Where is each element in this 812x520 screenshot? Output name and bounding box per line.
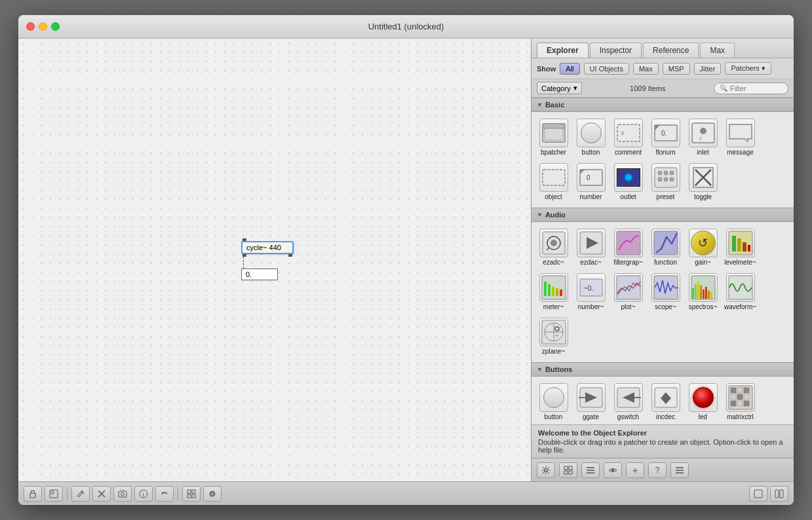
obj-ezadc[interactable]: ezadc~ [535,226,571,269]
panel-grid-button[interactable] [559,462,577,478]
scope-label: scope~ [655,303,676,311]
obj-waveform[interactable]: waveform~ [722,270,758,314]
close-button[interactable] [26,22,35,31]
snapshot-button[interactable] [113,486,132,502]
section-buttons[interactable]: ▼ Buttons [532,362,794,377]
obj-scope[interactable]: scope~ [648,270,684,314]
obj-outlet[interactable]: outlet [610,160,646,204]
incdec-label: incdec [656,413,675,421]
svg-rect-55 [708,291,710,299]
lock-button[interactable] [24,486,42,502]
object-label: object [545,193,562,201]
tab-reference[interactable]: Reference [643,43,699,58]
minimize-button[interactable] [39,22,47,31]
filtergraph-icon [614,229,643,257]
svg-rect-52 [700,286,702,299]
obj-zplane[interactable]: + zplane~ [535,315,571,358]
number-label: number [580,193,602,201]
obj-gswitch[interactable]: gswitch [610,381,646,424]
main-window: Untitled1 (unlocked) cycle~ 440 [18,15,794,505]
obj-bpatcher[interactable]: bpatcher [535,116,571,159]
dsp-button[interactable]: ~ [203,486,222,502]
filter-jitter[interactable]: Jitter [694,63,722,75]
toolbar-sep-1 [67,487,68,500]
obj-spectrograph[interactable]: spectros~ [685,270,721,314]
filter-input-container[interactable]: 🔍 [714,83,788,94]
info-button[interactable]: i [134,486,153,502]
maximize-button[interactable] [51,22,60,31]
obj-plot[interactable]: plot~ [610,270,646,314]
scope-icon [651,273,680,302]
svg-rect-35 [737,238,741,251]
obj-gain[interactable]: ↺ gain~ [685,226,721,269]
svg-rect-76 [744,388,749,393]
obj-meter[interactable]: meter~ [535,270,571,314]
obj-levelmeter[interactable]: levelmete~ [722,226,758,269]
matrixctrl-icon [726,383,755,412]
panel-eye-button[interactable] [604,462,622,478]
obj-comment[interactable]: c comment [610,116,646,159]
window-mode-button[interactable] [749,486,767,502]
panel-list-button[interactable] [581,462,600,478]
obj-numbertilde[interactable]: ~0. number~ [573,270,609,314]
filter-msp[interactable]: MSP [663,63,690,75]
obj-toggle[interactable]: toggle [685,160,721,204]
filter-max[interactable]: Max [633,63,659,75]
obj-flonum[interactable]: 0. flonum [648,116,684,159]
meter-label: meter~ [543,303,564,311]
edit-button[interactable] [71,486,90,502]
filter-all[interactable]: All [560,63,579,75]
obj-led[interactable]: led [685,381,721,424]
obj-preset[interactable]: preset [648,160,684,204]
obj-ezdac[interactable]: ezdac~ [573,226,609,269]
search-input[interactable] [730,84,783,92]
svg-rect-129 [192,490,195,493]
obj-matrixctrl[interactable]: matrixctrl [722,381,758,424]
close-button-toolbar[interactable] [92,486,111,502]
obj-inlet[interactable]: i inlet [685,116,721,159]
svg-rect-56 [710,292,712,299]
obj-filtergraph[interactable]: filtergrap~ [610,226,646,269]
section-basic[interactable]: ▼ Basic [532,98,794,112]
svg-rect-107 [564,471,568,474]
bpatcher-icon [539,119,568,147]
svg-rect-54 [705,287,707,299]
svg-rect-130 [187,494,191,498]
obj-ggate[interactable]: ggate [573,381,609,424]
zplane-icon: + [539,318,568,346]
panel-gear-button[interactable] [537,462,555,478]
message-label: message [727,149,754,157]
new-patcher-button[interactable] [45,486,63,502]
obj-button2[interactable]: button [535,381,571,424]
svg-rect-37 [748,245,750,251]
svg-rect-41 [552,287,554,296]
split-mode-button[interactable] [770,486,788,502]
panel-add-button[interactable]: + [626,462,644,478]
tab-explorer[interactable]: Explorer [537,43,589,58]
obj-function[interactable]: function [648,226,684,269]
tab-max[interactable]: Max [700,43,735,58]
tab-inspector[interactable]: Inspector [590,43,642,58]
obj-object[interactable]: object [535,160,571,204]
svg-rect-50 [695,284,697,299]
canvas-area[interactable]: cycle~ 440 0. [18,39,532,481]
obj-incdec[interactable]: incdec [648,381,684,424]
section-audio[interactable]: ▼ Audio [532,208,794,222]
obj-number[interactable]: 0 number [573,160,609,204]
obj-button[interactable]: button [573,116,609,159]
undo-button[interactable] [155,486,174,502]
filter-patchers[interactable]: Patchers ▾ [725,62,771,75]
number-box[interactable]: 0. [241,269,278,280]
flonum-icon: 0. [651,119,680,147]
cycle-object[interactable]: cycle~ 440 [241,241,294,254]
filter-ui-objects[interactable]: UI Objects [584,63,629,75]
panel-menu-button[interactable] [670,462,689,478]
function-icon [651,229,680,257]
svg-rect-78 [737,394,743,399]
message-icon [726,119,755,147]
audio-objects-grid: ezadc~ ezdac~ [532,222,794,362]
obj-message[interactable]: message [722,116,758,159]
panel-help-button[interactable]: ? [648,462,667,478]
matrix-button[interactable] [182,486,201,502]
category-dropdown[interactable]: Category ▾ [537,82,582,94]
